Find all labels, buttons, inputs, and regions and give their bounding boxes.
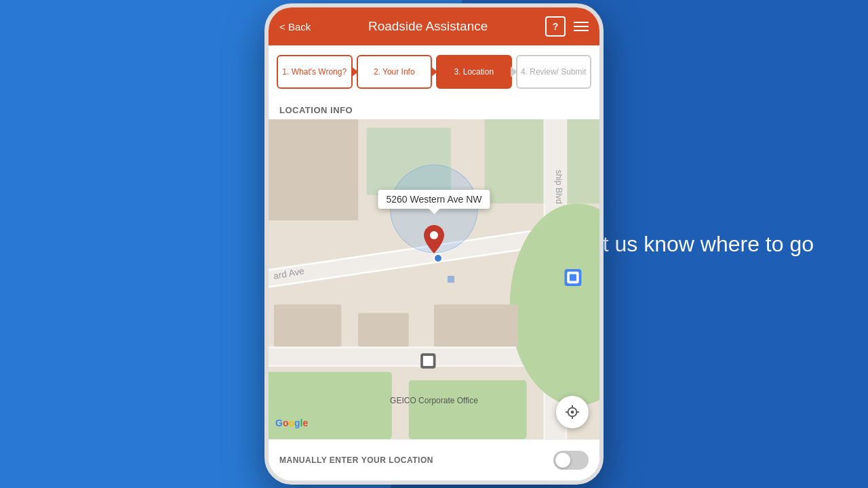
step-4: 4. Review/ Submit [516,55,592,89]
svg-rect-13 [274,304,341,346]
svg-rect-12 [409,380,527,439]
svg-point-23 [430,231,438,239]
svg-rect-20 [570,274,576,281]
hamburger-line-2 [574,26,589,27]
step-3-label: 3. Location [454,67,494,77]
location-pin-icon [424,225,444,253]
map-address-tooltip: 5260 Western Ave NW [378,190,490,209]
step-4-label: 4. Review/ Submit [521,67,587,77]
back-button[interactable]: < Back [279,21,311,33]
svg-text:ship Blvd: ship Blvd [554,170,564,204]
geico-corporate-label: GEICO Corporate Office [390,396,478,405]
toggle-knob [555,453,570,468]
manual-location-label: MANUALLY ENTER YOUR LOCATION [279,455,433,465]
side-text: Let us know where to go [578,232,814,257]
crosshair-icon [565,405,580,420]
svg-rect-22 [423,356,433,366]
svg-rect-15 [434,304,518,346]
step-1[interactable]: 1. What's Wrong? [277,55,353,89]
step-2[interactable]: 2. Your Info [357,55,433,89]
gps-dot [433,253,443,263]
question-mark-icon: ? [553,21,559,32]
google-logo: Google [275,418,308,428]
svg-point-25 [571,411,574,414]
manual-location-toggle[interactable] [553,451,589,470]
header-title: Roadside Assistance [368,19,488,34]
hamburger-line-1 [574,22,589,23]
svg-rect-3 [485,119,599,203]
manual-location-section: MANUALLY ENTER YOUR LOCATION [269,439,599,481]
gps-dot-secondary [448,276,454,283]
phone-container: < Back Roadside Assistance ? 1. What's W… [264,3,604,485]
svg-rect-1 [269,119,358,220]
app-header: < Back Roadside Assistance ? [269,7,599,45]
step-3[interactable]: 3. Location [436,55,512,89]
step-indicator: 1. What's Wrong? 2. Your Info 3. Locatio… [269,45,599,98]
step-arrow-1 [351,66,358,77]
gps-locate-button[interactable] [556,396,589,428]
map-container[interactable]: ard Ave ship Blvd 5260 Western Ave NW [269,119,599,439]
svg-rect-14 [358,313,409,347]
map-pin [424,225,444,256]
header-icons: ? [545,16,589,37]
back-label: < Back [279,21,311,33]
step-2-label: 2. Your Info [374,67,415,77]
menu-button[interactable] [574,22,589,31]
step-arrow-3 [511,66,517,77]
hamburger-line-3 [574,30,589,31]
step-arrow-2 [431,66,437,77]
svg-rect-11 [269,372,392,439]
map-address-text: 5260 Western Ave NW [386,194,481,205]
help-icon-button[interactable]: ? [545,16,566,37]
step-1-label: 1. What's Wrong? [282,67,347,77]
location-info-label: LOCATION INFO [269,98,599,119]
